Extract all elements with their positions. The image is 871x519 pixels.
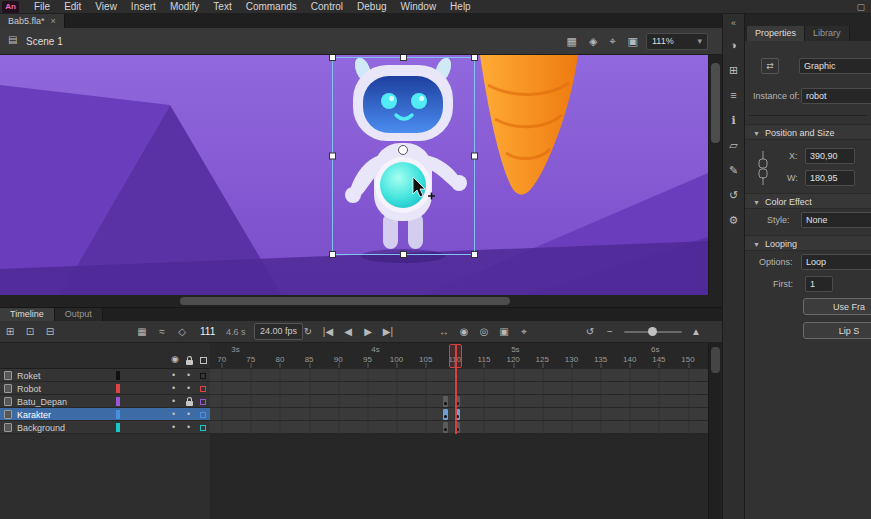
delete-layer-icon[interactable]: ⊟ — [44, 325, 56, 339]
stage-vertical-scrollbar[interactable] — [708, 55, 722, 295]
tab-timeline[interactable]: Timeline — [0, 308, 55, 321]
handle-top-right[interactable] — [472, 55, 478, 61]
stage-canvas[interactable] — [0, 55, 708, 295]
current-frame-readout[interactable]: 111 — [200, 326, 215, 337]
section-color-effect[interactable]: ▼Color Effect — [745, 193, 871, 209]
keyframe-background-108[interactable] — [443, 422, 448, 433]
menu-modify[interactable]: Modify — [163, 0, 206, 14]
layer-depth-icon[interactable]: ◇ — [176, 325, 188, 339]
handle-top-left[interactable] — [330, 55, 336, 61]
w-value-field[interactable]: 180,95 — [805, 170, 855, 186]
layer-outline-swatch[interactable] — [200, 412, 206, 418]
style-select[interactable]: None ▾ — [801, 212, 871, 228]
layer-lock-dot[interactable]: • — [187, 409, 190, 419]
handle-mid-right[interactable] — [472, 153, 478, 159]
keyframe-batu_depan-108[interactable] — [443, 396, 448, 407]
timeline-ruler[interactable]: ◉ 3s4s5s6s707580859095100105110115120125… — [0, 343, 722, 369]
frames-background[interactable] — [210, 421, 708, 434]
frames-roket[interactable] — [210, 369, 708, 382]
transform-panel-icon[interactable]: ▱ — [729, 138, 737, 152]
tab-properties[interactable]: Properties — [747, 26, 805, 41]
layer-batu_depan[interactable]: Batu_Depan• — [0, 395, 210, 408]
outline-all-layers-icon[interactable] — [200, 357, 207, 364]
frame-view-icon[interactable]: ▲ — [690, 325, 702, 339]
edit-scene-icon[interactable]: ▦ — [567, 34, 577, 48]
layer-lock-dot[interactable]: • — [187, 370, 190, 380]
frame-rate-field[interactable]: 24.00 fps — [254, 323, 303, 340]
timeline-zoom-slider[interactable] — [624, 331, 682, 333]
new-layer-icon[interactable]: ⊞ — [4, 325, 16, 339]
stage-horizontal-scrollbar[interactable] — [0, 295, 708, 307]
layer-visibility-dot[interactable]: • — [172, 422, 175, 432]
align-panel-icon[interactable]: ≡ — [730, 88, 736, 102]
frame-span-icon[interactable]: ↔ — [438, 325, 450, 339]
layer-outline-swatch[interactable] — [200, 373, 206, 379]
menu-text[interactable]: Text — [206, 0, 238, 14]
info-panel-icon[interactable]: ℹ — [731, 113, 735, 127]
layer-visibility-dot[interactable]: • — [172, 383, 175, 393]
camera-icon[interactable]: ▦ — [136, 325, 148, 339]
instance-name-field[interactable]: robot — [801, 88, 871, 104]
animate-logo[interactable]: An — [2, 1, 19, 13]
tab-output[interactable]: Output — [55, 308, 103, 321]
layer-outline-swatch[interactable] — [200, 386, 206, 392]
history-panel-icon[interactable]: ↺ — [729, 188, 738, 202]
menu-file[interactable]: File — [27, 0, 57, 14]
parenting-view-icon[interactable]: ≈ — [156, 325, 168, 339]
step-back-button[interactable]: ◀ — [342, 325, 354, 339]
menu-help[interactable]: Help — [443, 0, 478, 14]
section-position-and-size[interactable]: ▼Position and Size — [745, 124, 871, 140]
reset-timeline-zoom-icon[interactable]: ↺ — [584, 325, 596, 339]
layer-lock-icon[interactable] — [186, 401, 193, 406]
timeline-vscroll-thumb[interactable] — [711, 347, 720, 373]
onion-outline-icon[interactable]: ◎ — [478, 325, 490, 339]
edit-symbols-icon[interactable]: ◈ — [589, 34, 597, 48]
hscroll-thumb[interactable] — [180, 297, 510, 305]
swap-symbol-icon[interactable]: ⇄ — [761, 58, 779, 74]
timeline-vertical-scrollbar[interactable] — [708, 343, 722, 519]
layer-roket[interactable]: Roket•• — [0, 369, 210, 382]
onion-skin-icon[interactable]: ◉ — [458, 325, 470, 339]
menu-insert[interactable]: Insert — [124, 0, 163, 14]
layer-background[interactable]: Background•• — [0, 421, 210, 434]
loop-playback-icon[interactable]: ↻ — [302, 325, 314, 339]
step-forward-button[interactable]: ▶| — [382, 325, 394, 339]
clip-content-icon[interactable]: ▣ — [628, 34, 638, 48]
show-hide-all-layers-icon[interactable]: ◉ — [171, 354, 179, 364]
timeline-zoom-knob[interactable] — [648, 327, 657, 336]
new-folder-icon[interactable]: ⊡ — [24, 325, 36, 339]
menu-window[interactable]: Window — [394, 0, 444, 14]
vscroll-thumb[interactable] — [711, 63, 720, 143]
center-stage-icon[interactable]: ⌖ — [609, 34, 615, 48]
keyframe-karakter-108[interactable] — [443, 409, 448, 420]
frames-karakter[interactable] — [210, 408, 708, 421]
menu-view[interactable]: View — [88, 0, 124, 14]
first-frame-field[interactable]: 1 — [805, 276, 833, 292]
modify-markers-icon[interactable]: ⌖ — [518, 325, 530, 339]
transform-point[interactable] — [399, 146, 408, 155]
menu-control[interactable]: Control — [304, 0, 350, 14]
brush-panel-icon[interactable]: ✎ — [729, 163, 738, 177]
frames-robot[interactable] — [210, 382, 708, 395]
layer-lock-dot[interactable]: • — [187, 383, 190, 393]
color-panel-icon[interactable]: ◑ — [730, 38, 737, 52]
layer-visibility-dot[interactable]: • — [172, 370, 175, 380]
document-tab[interactable]: Bab5.fla* × — [0, 14, 65, 28]
handle-bottom-right[interactable] — [472, 252, 478, 258]
edit-multiple-frames-icon[interactable]: ▣ — [498, 325, 510, 339]
layer-visibility-dot[interactable]: • — [172, 396, 175, 406]
timeline-zoom-out-icon[interactable]: − — [604, 325, 616, 339]
menu-debug[interactable]: Debug — [350, 0, 393, 14]
settings-panel-icon[interactable]: ⚙ — [729, 213, 739, 227]
menu-edit[interactable]: Edit — [57, 0, 88, 14]
use-frame-picker-button[interactable]: Use Fra — [803, 298, 871, 315]
scene-name[interactable]: Scene 1 — [26, 36, 63, 47]
symbol-type-select[interactable]: Graphic ▾ — [799, 58, 871, 74]
section-looping[interactable]: ▼Looping — [745, 235, 871, 251]
layer-robot[interactable]: Robot•• — [0, 382, 210, 395]
layer-karakter[interactable]: Karakter•• — [0, 408, 210, 421]
x-value-field[interactable]: 390,90 — [805, 148, 855, 164]
layer-outline-swatch[interactable] — [200, 425, 206, 431]
workspace-icon[interactable]: ▢ — [856, 2, 865, 12]
menu-commands[interactable]: Commands — [239, 0, 304, 14]
